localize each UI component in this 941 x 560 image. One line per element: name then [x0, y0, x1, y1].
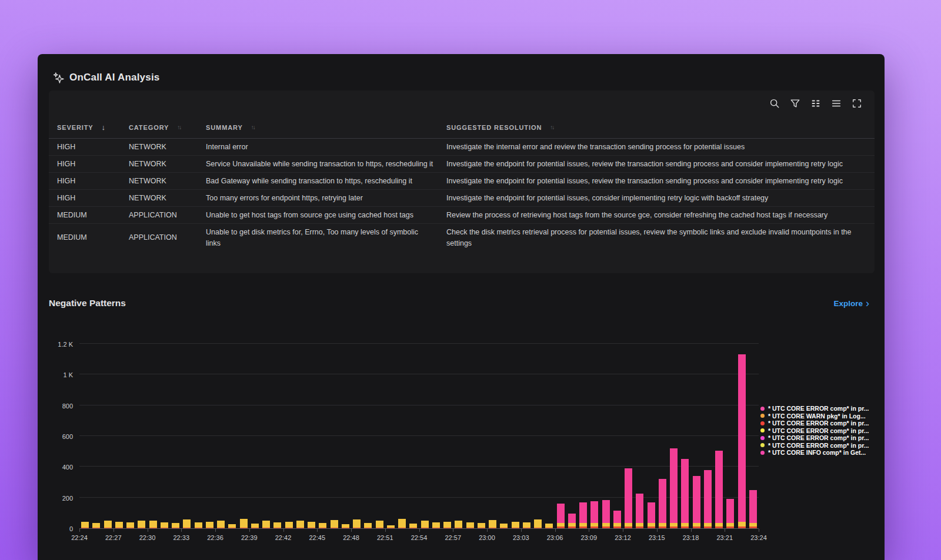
bar-22:49[interactable] — [364, 523, 372, 528]
bar-23:17[interactable] — [681, 459, 689, 528]
fullscreen-icon[interactable] — [851, 98, 863, 109]
column-header-severity[interactable]: SEVERITY↓ — [57, 123, 129, 132]
bar-22:38[interactable] — [240, 519, 248, 528]
bar-22:32[interactable] — [172, 523, 179, 528]
bar-23:11[interactable] — [613, 511, 621, 528]
bar-22:40[interactable] — [262, 521, 270, 528]
bar-22:42[interactable] — [285, 522, 293, 528]
bar-22:51[interactable] — [387, 525, 395, 528]
bar-segment-error-red — [353, 528, 361, 528]
bar-22:46[interactable] — [331, 520, 338, 528]
bar-23:03[interactable] — [523, 522, 530, 528]
bar-23:15[interactable] — [659, 479, 666, 528]
filter-icon[interactable] — [789, 98, 801, 109]
bar-23:10[interactable] — [602, 500, 610, 528]
column-header-summary[interactable]: SUMMARY↑↓ — [206, 124, 446, 131]
bar-23:06[interactable] — [557, 504, 565, 528]
bar-22:30[interactable] — [149, 521, 157, 528]
bar-23:23[interactable] — [749, 490, 757, 528]
bar-segment-warn-yellow — [81, 522, 89, 528]
bar-22:24[interactable] — [81, 522, 89, 528]
table-row[interactable]: HIGHNETWORKService Unavailable while sen… — [49, 156, 875, 173]
bar-22:52[interactable] — [398, 519, 406, 528]
bar-22:47[interactable] — [342, 524, 349, 528]
bar-23:09[interactable] — [590, 501, 598, 528]
bar-23:19[interactable] — [704, 470, 712, 528]
bar-22:26[interactable] — [104, 521, 112, 528]
x-axis-tick — [657, 529, 658, 532]
bar-23:16[interactable] — [670, 448, 678, 528]
bar-22:28[interactable] — [126, 522, 134, 528]
bar-segment-warn-yellow — [285, 522, 293, 528]
legend-item[interactable]: * UTC CORE ERROR comp* in pr... — [760, 427, 869, 435]
bar-22:44[interactable] — [308, 522, 315, 528]
bar-22:34[interactable] — [195, 522, 202, 528]
legend-item[interactable]: * UTC CORE ERROR comp* in pr... — [760, 405, 869, 413]
bar-segment-error-red — [319, 528, 326, 528]
bar-23:21[interactable] — [726, 499, 734, 528]
bar-segment-error-pink — [568, 514, 576, 523]
bar-22:56[interactable] — [443, 522, 451, 528]
bar-22:54[interactable] — [421, 521, 429, 528]
bar-22:39[interactable] — [251, 524, 259, 528]
bar-22:59[interactable] — [478, 523, 485, 528]
legend-dot — [760, 443, 765, 447]
y-axis-label: 400 — [38, 463, 73, 471]
bar-22:33[interactable] — [183, 519, 191, 528]
bar-22:29[interactable] — [138, 521, 145, 528]
legend-item[interactable]: * UTC CORE WARN pkg* in Log... — [760, 413, 869, 420]
bar-23:13[interactable] — [636, 494, 643, 528]
bar-segment-warn-yellow — [455, 521, 462, 528]
bar-23:04[interactable] — [534, 519, 542, 528]
bar-22:27[interactable] — [115, 522, 123, 528]
bar-22:43[interactable] — [296, 521, 304, 528]
bar-22:25[interactable] — [92, 523, 100, 528]
legend-item[interactable]: * UTC CORE ERROR comp* in pr... — [760, 442, 869, 450]
bar-23:08[interactable] — [579, 502, 587, 528]
x-axis-label: 23:15 — [644, 534, 670, 541]
bar-22:45[interactable] — [319, 523, 326, 528]
bar-23:05[interactable] — [545, 524, 553, 528]
bar-23:20[interactable] — [715, 451, 723, 528]
bar-segment-error-red — [659, 527, 666, 528]
x-axis-tick — [114, 529, 114, 532]
bar-23:14[interactable] — [648, 502, 655, 528]
bar-22:37[interactable] — [228, 524, 236, 528]
column-header-suggested-resolution[interactable]: SUGGESTED RESOLUTION↑↓ — [446, 124, 865, 131]
x-axis-tick — [317, 529, 318, 532]
table-row[interactable]: HIGHNETWORKInternal errorInvestigate the… — [49, 139, 875, 156]
explore-link[interactable]: Explore › — [833, 299, 869, 308]
column-header-category[interactable]: CATEGORY↑↓ — [129, 124, 206, 131]
legend-item[interactable]: * UTC CORE ERROR comp* in pr... — [760, 434, 869, 442]
bar-23:01[interactable] — [500, 524, 508, 528]
legend-item[interactable]: * UTC CORE ERROR comp* in pr... — [760, 420, 869, 427]
bar-22:41[interactable] — [273, 522, 281, 528]
bar-23:18[interactable] — [693, 476, 700, 528]
x-axis-label: 23:09 — [576, 534, 602, 541]
table-row[interactable]: HIGHNETWORKBad Gateway while sending tra… — [49, 173, 875, 190]
bar-23:22[interactable] — [738, 354, 746, 528]
columns-icon[interactable] — [810, 98, 822, 109]
bar-22:57[interactable] — [455, 521, 462, 528]
bar-22:36[interactable] — [217, 521, 225, 528]
table-row[interactable]: MEDIUMAPPLICATIONUnable to get disk metr… — [49, 224, 875, 252]
bar-23:00[interactable] — [489, 520, 496, 528]
bar-22:35[interactable] — [206, 522, 213, 528]
table-row[interactable]: MEDIUMAPPLICATIONUnable to get host tags… — [49, 207, 875, 224]
bar-22:50[interactable] — [376, 521, 383, 528]
bar-22:53[interactable] — [409, 524, 417, 528]
bar-22:48[interactable] — [353, 519, 361, 528]
search-icon[interactable] — [769, 98, 780, 109]
bar-23:07[interactable] — [568, 514, 576, 528]
legend-item[interactable]: * UTC CORE INFO comp* in Get... — [760, 449, 869, 457]
bar-segment-warn-yellow — [726, 523, 734, 527]
bar-22:58[interactable] — [466, 522, 474, 528]
x-axis-label: 22:54 — [406, 534, 432, 541]
table-row[interactable]: HIGHNETWORKToo many errors for endpoint … — [49, 190, 875, 207]
bar-23:02[interactable] — [512, 522, 519, 528]
menu-icon[interactable] — [830, 98, 842, 109]
bar-segment-error-red — [478, 528, 485, 528]
bar-22:31[interactable] — [161, 522, 168, 528]
bar-22:55[interactable] — [432, 522, 440, 528]
bar-23:12[interactable] — [625, 468, 632, 528]
